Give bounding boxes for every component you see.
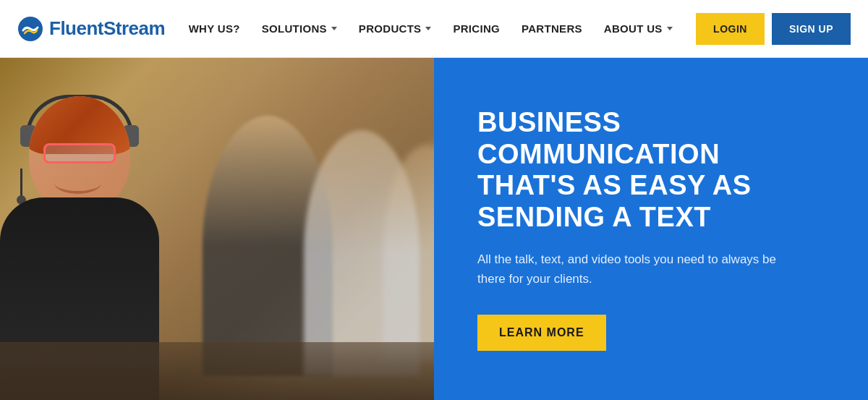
nav-about-us[interactable]: ABOUT US xyxy=(595,17,681,41)
header: FluentStream WHY US? SOLUTIONS PRODUCTS … xyxy=(0,0,868,58)
nav-products[interactable]: PRODUCTS xyxy=(350,17,441,41)
person-glasses xyxy=(43,143,116,163)
logo-text: FluentStream xyxy=(49,17,165,40)
logo-icon-svg xyxy=(17,16,43,42)
person-smile xyxy=(54,172,101,194)
signup-button[interactable]: SIGN UP xyxy=(772,13,851,45)
nav-solutions[interactable]: SOLUTIONS xyxy=(253,17,346,41)
headset-mic xyxy=(20,169,22,205)
hero-subtext: All the talk, text, and video tools you … xyxy=(477,250,796,289)
chevron-down-icon xyxy=(667,27,673,30)
learn-more-button[interactable]: LEARN MORE xyxy=(477,315,606,351)
hero-image xyxy=(0,58,434,400)
nav-pricing[interactable]: PRICING xyxy=(444,17,509,41)
hero-background xyxy=(0,58,434,400)
chevron-down-icon xyxy=(425,27,431,30)
logo[interactable]: FluentStream xyxy=(17,16,165,42)
person-head xyxy=(29,96,130,212)
chevron-down-icon xyxy=(331,27,337,30)
login-button[interactable]: LOGIN xyxy=(696,13,765,45)
hero-headline: BUSINESS COMMUNICATION THAT'S AS EASY AS… xyxy=(477,107,825,234)
hero-section: BUSINESS COMMUNICATION THAT'S AS EASY AS… xyxy=(0,58,868,400)
hero-content: BUSINESS COMMUNICATION THAT'S AS EASY AS… xyxy=(434,58,868,400)
main-nav: WHY US? SOLUTIONS PRODUCTS PRICING PARTN… xyxy=(180,17,681,41)
header-buttons: LOGIN SIGN UP xyxy=(696,13,851,45)
desk-area xyxy=(0,342,434,400)
nav-partners[interactable]: PARTNERS xyxy=(513,17,591,41)
nav-why-us[interactable]: WHY US? xyxy=(180,17,249,41)
